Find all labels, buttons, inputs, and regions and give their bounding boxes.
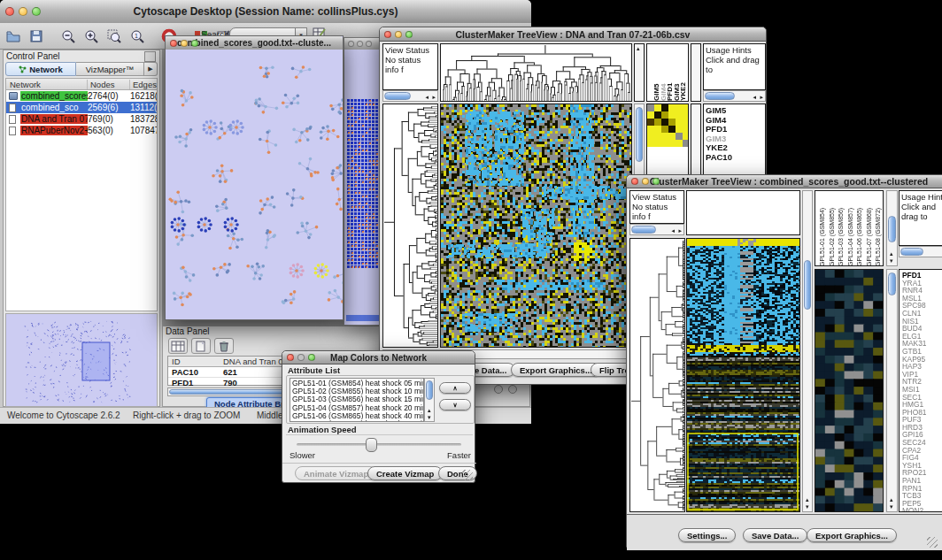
matrix-cell[interactable] bbox=[683, 111, 689, 119]
treeview1-mini-scroll[interactable]: ▴ bbox=[634, 43, 645, 102]
tab-overflow-arrow[interactable]: ▶ bbox=[144, 62, 158, 76]
matrix-cell[interactable] bbox=[676, 104, 683, 111]
zoom-selected-icon[interactable]: 1 bbox=[126, 25, 149, 48]
treeview2-zoom-vscrollbar[interactable]: ▴ ▾ bbox=[886, 269, 898, 512]
close-button[interactable] bbox=[348, 41, 354, 47]
matrix-cell[interactable] bbox=[647, 140, 654, 147]
scroll-thumb[interactable] bbox=[804, 260, 811, 310]
table-grid-icon[interactable] bbox=[168, 338, 188, 354]
treeview1-column-dendrogram[interactable] bbox=[440, 43, 632, 102]
zoom-out-icon[interactable] bbox=[57, 25, 80, 48]
treeview2-column-dendrogram[interactable] bbox=[686, 190, 800, 235]
scroll-up-arrow[interactable]: ▴ bbox=[806, 496, 809, 502]
treeview2-row-dendrogram[interactable] bbox=[629, 238, 685, 512]
scroll-thumb[interactable] bbox=[888, 272, 896, 295]
tab-vizmapper[interactable]: VizMapper™ bbox=[76, 62, 144, 76]
matrix-cell[interactable] bbox=[676, 140, 683, 147]
scroll-up-arrow[interactable]: ▴ bbox=[637, 45, 640, 51]
speed-slider-thumb[interactable] bbox=[366, 438, 377, 452]
matrix-cell[interactable] bbox=[683, 104, 689, 111]
settings-button[interactable]: Settings... bbox=[678, 528, 736, 542]
scroll-up-arrow[interactable]: ▴ bbox=[890, 496, 893, 502]
scroll-left-arrow[interactable]: ◂ bbox=[425, 94, 429, 100]
network-canvas[interactable] bbox=[166, 50, 343, 319]
scroll-right-arrow[interactable]: ▸ bbox=[760, 94, 763, 100]
scroll-thumb[interactable] bbox=[888, 216, 896, 242]
scroll-thumb[interactable] bbox=[705, 92, 735, 100]
attribute-list-item[interactable]: GPL51-04 (GSM857) heat shock 20 min bbox=[290, 403, 423, 411]
scroll-down-arrow[interactable]: ▾ bbox=[890, 257, 893, 264]
scroll-down-arrow[interactable]: ▾ bbox=[806, 503, 809, 510]
matrix-cell[interactable] bbox=[683, 126, 689, 133]
minimize-button[interactable] bbox=[642, 178, 649, 185]
dense-network-view[interactable] bbox=[344, 50, 383, 325]
close-button[interactable] bbox=[631, 178, 638, 185]
open-folder-icon[interactable] bbox=[2, 25, 25, 48]
matrix-cell[interactable] bbox=[654, 104, 661, 111]
zoom-button[interactable] bbox=[652, 178, 660, 185]
matrix-cell[interactable] bbox=[676, 126, 683, 133]
matrix-cell[interactable] bbox=[668, 140, 676, 147]
matrix-cell[interactable] bbox=[676, 111, 683, 119]
network-table-row[interactable]: DNA and Tran 07769(0)183728(0) bbox=[6, 113, 157, 125]
matrix-cell[interactable] bbox=[668, 111, 676, 119]
treeview1-mini-scroll2[interactable] bbox=[691, 43, 701, 102]
matrix-cell[interactable] bbox=[661, 126, 668, 133]
new-document-icon[interactable] bbox=[191, 338, 211, 354]
matrix-cell[interactable] bbox=[668, 126, 676, 133]
zoom-button[interactable] bbox=[191, 40, 198, 47]
matrix-cell[interactable] bbox=[683, 140, 689, 147]
scroll-thumb[interactable] bbox=[384, 92, 411, 100]
treeview1-global-heatmap[interactable] bbox=[440, 104, 632, 348]
close-button[interactable] bbox=[5, 7, 14, 16]
treeview2-heat-vscrollbar[interactable]: ▴ ▾ bbox=[802, 190, 813, 512]
minimize-button[interactable] bbox=[395, 31, 402, 38]
treeview2-labels-vscrollbar[interactable]: ▴ ▾ bbox=[886, 190, 898, 266]
matrix-cell[interactable] bbox=[654, 140, 661, 147]
zoom-button[interactable] bbox=[405, 31, 413, 38]
main-title-bar[interactable]: Cytoscape Desktop (Session Name: collins… bbox=[0, 0, 531, 24]
matrix-cell[interactable] bbox=[654, 119, 661, 126]
zoom-button[interactable] bbox=[366, 41, 372, 47]
move-down-button[interactable]: ∨ bbox=[439, 399, 471, 410]
close-button[interactable] bbox=[384, 31, 391, 38]
attribute-list[interactable]: GPL51-01 (GSM854) heat shock 05 minGPL51… bbox=[290, 378, 424, 422]
matrix-cell[interactable] bbox=[661, 111, 668, 119]
matrix-cell[interactable] bbox=[647, 104, 654, 111]
scroll-down-arrow[interactable]: ▾ bbox=[428, 414, 431, 420]
scroll-down-arrow[interactable]: ▾ bbox=[890, 503, 893, 510]
matrix-cell[interactable] bbox=[668, 119, 676, 126]
scroll-left-arrow[interactable]: ◂ bbox=[753, 94, 756, 100]
matrix-cell[interactable] bbox=[676, 119, 683, 126]
minimize-button[interactable] bbox=[357, 41, 363, 47]
scroll-up-arrow[interactable]: ▴ bbox=[890, 250, 893, 257]
matrix-cell[interactable] bbox=[647, 126, 654, 133]
zoom-in-icon[interactable] bbox=[80, 25, 103, 48]
treeview1-hints-hscrollbar[interactable]: ◂ ▸ bbox=[703, 90, 766, 102]
create-vizmap-button[interactable]: Create Vizmap bbox=[367, 466, 443, 480]
minimize-button[interactable] bbox=[297, 354, 305, 361]
scroll-thumb[interactable] bbox=[631, 226, 656, 234]
resize-grip[interactable] bbox=[462, 470, 473, 480]
treeview2-zoom-heatmap[interactable] bbox=[815, 269, 884, 512]
panel-circle-icon[interactable] bbox=[494, 385, 503, 394]
matrix-cell[interactable] bbox=[683, 133, 689, 140]
close-button[interactable] bbox=[287, 354, 294, 361]
treeview1-row-dendrogram[interactable] bbox=[382, 104, 438, 348]
save-data-button[interactable]: Save Data... bbox=[743, 528, 807, 542]
trash-icon[interactable] bbox=[214, 338, 234, 354]
scroll-thumb[interactable] bbox=[636, 107, 643, 162]
matrix-cell[interactable] bbox=[647, 119, 654, 126]
network-overview-birdseye[interactable] bbox=[5, 313, 158, 407]
background-window-title-bar[interactable] bbox=[344, 38, 383, 50]
matrix-cell[interactable] bbox=[668, 104, 676, 111]
scroll-right-arrow[interactable]: ▸ bbox=[432, 94, 436, 100]
matrix-cell[interactable] bbox=[661, 119, 668, 126]
matrix-cell[interactable] bbox=[668, 133, 676, 140]
scroll-up-arrow[interactable]: ▴ bbox=[428, 407, 431, 413]
zoom-fit-icon[interactable] bbox=[103, 25, 126, 48]
dialog-title-bar[interactable]: Map Colors to Network bbox=[282, 351, 475, 364]
treeview2-status-hscrollbar[interactable]: ◂ ▸ bbox=[629, 224, 684, 235]
treeview2-global-heatmap[interactable] bbox=[686, 238, 800, 512]
animate-vizmap-button[interactable]: Animate Vizmap bbox=[295, 466, 377, 480]
